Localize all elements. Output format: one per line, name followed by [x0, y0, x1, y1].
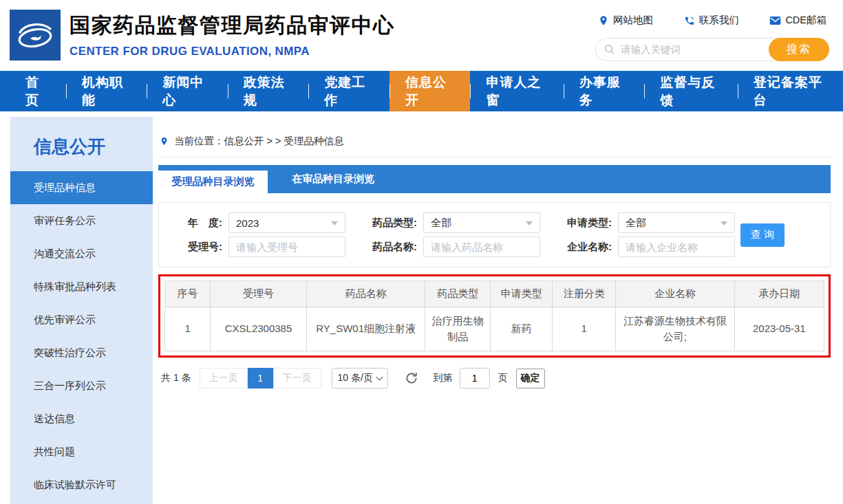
- page-1-button[interactable]: 1: [248, 368, 273, 388]
- query-button[interactable]: 查 询: [740, 223, 785, 247]
- col-header-acceptance-date: 承办日期: [734, 281, 824, 307]
- cell-acceptance-number: CXSL2300385: [211, 307, 307, 351]
- page-unit-label: 页: [498, 372, 508, 384]
- sidebar: 信息公开 受理品种信息 审评任务公示 沟通交流公示 特殊审批品种列表 优先审评公…: [10, 117, 153, 504]
- refresh-button[interactable]: [405, 371, 418, 385]
- sidebar-item-delivery-info[interactable]: 送达信息: [10, 402, 153, 435]
- contact-us-link-label: 联系我们: [699, 14, 739, 27]
- site-title-en: CENTER FOR DRUG EVALUATION, NMPA: [70, 45, 395, 58]
- cell-company-name: 江苏睿源生物技术有限公司;: [616, 307, 734, 351]
- results-table-highlight-box: 序号 受理号 药品名称 药品类型 申请类型 注册分类 企业名称 承办日期 1 C…: [158, 274, 831, 358]
- prev-page-button[interactable]: 上一页: [200, 368, 248, 388]
- chevron-down-icon: [526, 221, 533, 226]
- year-select-value: 2023: [236, 217, 259, 229]
- company-name-label: 企业名称:: [557, 241, 612, 254]
- breadcrumb: 当前位置：信息公开 > > 受理品种信息: [158, 117, 831, 157]
- drug-type-select[interactable]: 全部: [423, 212, 540, 233]
- chevron-down-icon: [376, 374, 383, 381]
- site-header: 国家药品监督管理局药品审评中心 CENTER FOR DRUG EVALUATI…: [0, 0, 843, 71]
- cell-registration-class: 1: [553, 307, 616, 351]
- cell-acceptance-date: 2023-05-31: [734, 307, 824, 351]
- year-label: 年 度:: [167, 217, 222, 230]
- col-header-index: 序号: [165, 281, 211, 307]
- refresh-icon: [405, 371, 418, 385]
- search-button[interactable]: 搜索: [769, 38, 829, 61]
- year-select[interactable]: 2023: [228, 212, 345, 233]
- col-header-registration-class: 注册分类: [553, 281, 616, 307]
- application-type-select[interactable]: 全部: [618, 212, 735, 233]
- sidebar-item-breakthrough-therapy[interactable]: 突破性治疗公示: [10, 336, 153, 369]
- mail-icon: [769, 16, 781, 25]
- nav-item-party-building[interactable]: 党建工作: [308, 71, 390, 111]
- site-search: 搜索: [595, 38, 829, 61]
- acceptance-number-label: 受理号:: [167, 241, 222, 254]
- pagination-total: 共 1 条: [161, 372, 191, 384]
- results-table: 序号 受理号 药品名称 药品类型 申请类型 注册分类 企业名称 承办日期 1 C…: [164, 281, 824, 351]
- nav-item-policies[interactable]: 政策法规: [228, 71, 309, 111]
- page-size-select[interactable]: 10 条/页: [332, 368, 388, 388]
- cde-logo: [10, 10, 61, 61]
- contact-us-link[interactable]: 联系我们: [684, 14, 739, 27]
- location-pin-icon: [598, 15, 609, 26]
- search-icon: [604, 43, 616, 56]
- goto-page-label: 到第: [434, 372, 453, 384]
- phone-icon: [684, 15, 695, 26]
- drug-name-input[interactable]: [423, 237, 540, 257]
- chevron-down-icon: [721, 221, 727, 226]
- sidebar-item-clinical-trial-license[interactable]: 临床试验默示许可: [10, 468, 153, 501]
- sidebar-item-priority-review[interactable]: 优先审评公示: [10, 303, 153, 336]
- nav-item-registration-platform[interactable]: 登记备案平台: [738, 71, 843, 111]
- nav-item-home[interactable]: 首页: [10, 71, 66, 111]
- company-name-input[interactable]: [618, 237, 735, 257]
- col-header-drug-name: 药品名称: [306, 281, 425, 307]
- chevron-down-icon: [331, 221, 338, 226]
- main-nav: 首页 机构职能 新闻中心 政策法规 党建工作 信息公开 申请人之窗 办事服务 监…: [0, 71, 843, 111]
- table-header-row: 序号 受理号 药品名称 药品类型 申请类型 注册分类 企业名称 承办日期: [165, 281, 824, 307]
- drug-type-select-value: 全部: [431, 217, 451, 230]
- cde-mailbox-link[interactable]: CDE邮箱: [769, 14, 826, 27]
- nav-item-applicant-window[interactable]: 申请人之窗: [470, 71, 563, 111]
- site-title-cn: 国家药品监督管理局药品审评中心: [70, 12, 395, 40]
- pagination-bar: 共 1 条 上一页 1 下一页 10 条/页 到第 页 确定: [158, 368, 831, 388]
- tab-accepted-catalog[interactable]: 受理品种目录浏览: [158, 171, 268, 193]
- location-pin-icon: [160, 135, 169, 147]
- nav-item-news[interactable]: 新闻中心: [147, 71, 228, 111]
- breadcrumb-text: 当前位置：信息公开 > > 受理品种信息: [174, 135, 344, 148]
- nav-item-functions[interactable]: 机构职能: [66, 71, 147, 111]
- application-type-select-value: 全部: [626, 217, 646, 230]
- nav-item-information-disclosure[interactable]: 信息公开: [390, 71, 471, 111]
- cde-mailbox-link-label: CDE邮箱: [785, 14, 826, 27]
- sidebar-item-accepted-varieties[interactable]: 受理品种信息: [10, 171, 153, 204]
- application-type-label: 申请类型:: [557, 217, 612, 230]
- header-quick-links: 网站地图 联系我们 CDE邮箱: [595, 14, 829, 27]
- site-titles: 国家药品监督管理局药品审评中心 CENTER FOR DRUG EVALUATI…: [70, 12, 395, 58]
- acceptance-number-input[interactable]: [228, 237, 345, 257]
- col-header-drug-type: 药品类型: [425, 281, 491, 307]
- drug-type-label: 药品类型:: [362, 217, 417, 230]
- cde-logo-swoosh-icon: [10, 10, 61, 61]
- cell-application-type: 新药: [491, 307, 553, 351]
- cell-drug-type: 治疗用生物制品: [425, 307, 491, 351]
- col-header-company-name: 企业名称: [616, 281, 734, 307]
- sidebar-item-special-approval[interactable]: 特殊审批品种列表: [10, 270, 153, 303]
- col-header-application-type: 申请类型: [491, 281, 553, 307]
- sidebar-item-communication[interactable]: 沟通交流公示: [10, 237, 153, 270]
- goto-page-input[interactable]: [460, 368, 490, 388]
- sidebar-title: 信息公开: [10, 117, 153, 171]
- filter-panel: 年 度: 2023 药品类型: 全部 申请类型: 全部: [158, 202, 831, 267]
- sidebar-item-review-tasks[interactable]: 审评任务公示: [10, 204, 153, 237]
- confirm-button[interactable]: 确定: [516, 369, 545, 388]
- sidebar-item-common-issues[interactable]: 共性问题: [10, 435, 153, 468]
- sitemap-link[interactable]: 网站地图: [598, 14, 653, 27]
- sitemap-link-label: 网站地图: [613, 14, 653, 27]
- col-header-acceptance-number: 受理号: [211, 281, 307, 307]
- page-size-value: 10 条/页: [338, 372, 373, 384]
- nav-item-services[interactable]: 办事服务: [564, 71, 645, 111]
- sidebar-item-three-in-one[interactable]: 三合一序列公示: [10, 369, 153, 402]
- drug-name-label: 药品名称:: [362, 241, 417, 254]
- cell-drug-name: RY_SW01细胞注射液: [306, 307, 425, 351]
- tab-bar: 受理品种目录浏览 在审品种目录浏览: [158, 165, 831, 193]
- tab-under-review-catalog[interactable]: 在审品种目录浏览: [268, 165, 398, 193]
- nav-item-supervision-feedback[interactable]: 监督与反馈: [644, 71, 737, 111]
- next-page-button[interactable]: 下一页: [273, 368, 321, 388]
